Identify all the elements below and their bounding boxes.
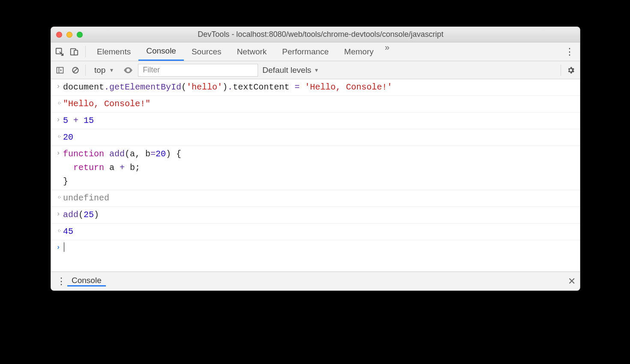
svg-point-8 [127,69,129,71]
devtools-window: DevTools - localhost:8080/web/tools/chro… [51,27,580,291]
panel-tab-elements[interactable]: Elements [89,42,138,61]
code-text: add(25) [63,208,99,222]
output-marker-icon [54,97,63,109]
console-input-line: 5 + 15 [51,113,580,129]
execution-context-selector[interactable]: top ▼ [90,64,118,77]
panel-tab-performance[interactable]: Performance [274,42,336,61]
device-toolbar-icon[interactable] [69,47,79,57]
input-marker-icon [54,114,63,126]
filter-input[interactable] [138,64,258,77]
window-controls [56,32,83,38]
code-text: "Hello, Console!" [63,97,150,111]
output-marker-icon [54,225,63,237]
panel-tab-network[interactable]: Network [229,42,275,61]
console-output-line: "Hello, Console!" [51,96,580,113]
chevron-down-icon: ▼ [109,67,114,73]
svg-marker-5 [60,69,62,71]
input-marker-icon [54,147,63,159]
drawer-tab-console[interactable]: Console [67,276,106,286]
close-window-button[interactable] [56,32,62,38]
output-marker-icon [54,191,63,203]
console-output-line: 45 [51,224,580,240]
svg-rect-2 [74,50,78,55]
close-drawer-icon[interactable]: ✕ [568,276,576,287]
code-text: document.getElementById('hello').textCon… [63,81,392,94]
drawer-menu-icon[interactable]: ⋮ [55,276,67,287]
log-levels-label: Default levels [262,66,311,75]
panel-tabs: ElementsConsoleSourcesNetworkPerformance… [51,42,580,61]
toggle-sidebar-icon[interactable] [54,65,66,76]
panel-tab-memory[interactable]: Memory [336,42,381,61]
clear-console-icon[interactable] [70,65,81,76]
console-toolbar: top ▼ Default levels ▼ [51,61,580,79]
console-output-line: 20 [51,129,580,146]
text-cursor [64,242,64,252]
console-input-line: add(25) [51,207,580,224]
execution-context-label: top [94,66,105,75]
log-levels-selector[interactable]: Default levels ▼ [262,66,319,75]
minimize-window-button[interactable] [66,32,72,38]
tabs-overflow-button[interactable]: » [381,42,393,61]
input-marker-icon [54,208,63,220]
inspect-element-icon[interactable] [54,47,65,57]
prompt-marker-icon [54,242,63,254]
window-title: DevTools - localhost:8080/web/tools/chro… [92,30,575,39]
console-settings-icon[interactable] [565,65,576,76]
svg-rect-3 [57,67,63,73]
output-marker-icon [54,131,63,143]
svg-line-7 [73,68,78,72]
titlebar: DevTools - localhost:8080/web/tools/chro… [51,27,580,42]
drawer: ⋮ Console ✕ [51,272,580,290]
code-text: 20 [63,131,73,144]
code-text: 5 + 15 [63,114,94,128]
code-text: undefined [63,191,109,205]
live-expression-icon[interactable] [123,65,134,76]
code-text: function add(a, b=20) { return a + b; } [63,147,181,188]
chevron-down-icon: ▼ [314,67,319,73]
console-prompt-line[interactable] [51,240,580,257]
console-input-line: document.getElementById('hello').textCon… [51,79,580,96]
console-output[interactable]: document.getElementById('hello').textCon… [51,79,580,272]
console-input[interactable] [63,242,64,255]
drawer-tab-label: Console [72,276,102,285]
zoom-window-button[interactable] [77,32,83,38]
console-input-line: function add(a, b=20) { return a + b; } [51,146,580,190]
kebab-menu-icon[interactable]: ⋮ [564,46,576,57]
code-text: 45 [63,225,73,239]
input-marker-icon [54,81,63,92]
panel-tab-sources[interactable]: Sources [184,42,229,61]
console-output-line: undefined [51,190,580,207]
panel-tab-console[interactable]: Console [138,42,184,61]
